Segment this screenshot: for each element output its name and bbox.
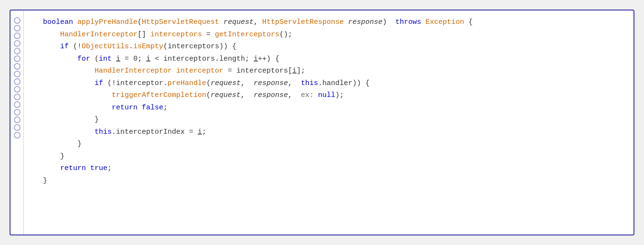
code-line-3: if (! ObjectUtils . isEmpty ( intercepto… <box>26 41 624 53</box>
code-line-7: triggerAfterCompletion ( request , respo… <box>26 89 624 102</box>
breakpoint-16[interactable] <box>14 132 21 138</box>
code-line-5: HandlerInterceptor interceptor = interce… <box>26 65 624 77</box>
breakpoint-5[interactable] <box>14 48 21 54</box>
breakpoint-11[interactable] <box>14 94 21 100</box>
code-line-11: } <box>26 138 624 150</box>
gutter <box>11 11 24 234</box>
code-line-2: HandlerInterceptor [] interceptors = get… <box>26 29 624 41</box>
breakpoint-6[interactable] <box>14 55 21 62</box>
breakpoint-8[interactable] <box>14 71 21 77</box>
code-line-12: } <box>26 150 624 163</box>
breakpoint-13[interactable] <box>14 109 21 116</box>
breakpoint-3[interactable] <box>14 32 21 39</box>
code-line-4: for ( int i = 0; i < interceptors . leng… <box>26 53 624 65</box>
breakpoint-1[interactable] <box>14 17 21 24</box>
code-line-8: return false ; <box>26 102 624 114</box>
breakpoint-12[interactable] <box>14 101 21 108</box>
code-line-10: this . interceptorIndex = i ; <box>26 126 624 138</box>
breakpoint-10[interactable] <box>14 86 21 93</box>
breakpoint-7[interactable] <box>14 63 21 70</box>
code-line-6: if (! interceptor . preHandle ( request … <box>26 77 624 90</box>
code-line-9: } <box>26 114 624 126</box>
code-line-1: boolean applyPreHandle ( HttpServletRequ… <box>26 16 624 29</box>
breakpoint-2[interactable] <box>14 25 21 32</box>
code-line-13: return true ; <box>26 162 624 175</box>
code-text: boolean applyPreHandle ( HttpServletRequ… <box>26 16 633 187</box>
code-line-14: } <box>26 175 624 187</box>
breakpoint-14[interactable] <box>14 117 21 123</box>
breakpoint-15[interactable] <box>14 124 21 131</box>
breakpoint-4[interactable] <box>14 40 21 47</box>
breakpoint-9[interactable] <box>14 78 21 85</box>
code-block: boolean applyPreHandle ( HttpServletRequ… <box>10 10 634 235</box>
